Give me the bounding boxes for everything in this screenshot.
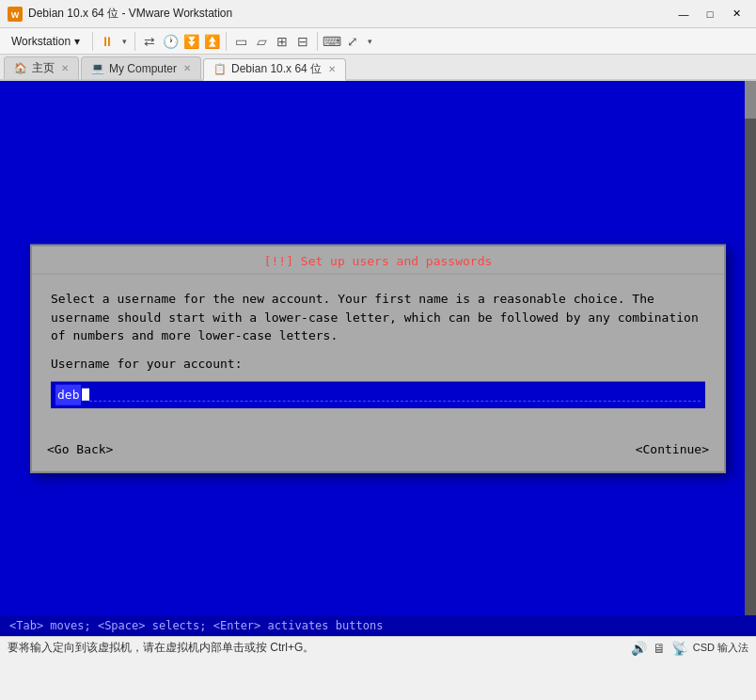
setup-dialog: [!!] Set up users and passwords Select a… [30,245,726,473]
console-view-button[interactable]: ⌨ [323,32,341,51]
tab-mycomputer-label: My Computer [109,62,177,75]
computer-icon: 💻 [91,62,104,74]
pause-button[interactable]: ⏸ [98,32,117,51]
tab-mycomputer-close[interactable]: ✕ [183,63,191,73]
username-input-display[interactable]: deb [51,382,705,408]
status-icons: 🔊 🖥 📡 CSD 输入法 [631,641,748,656]
fit-guest-button[interactable]: ▭ [231,32,250,51]
tab-home[interactable]: 🏠 主页 ✕ [4,56,79,79]
dialog-buttons: <Go Back> <Continue> [32,436,724,470]
window-controls: — □ ✕ [671,5,748,24]
dialog-body: Select a username for the new account. Y… [51,290,705,345]
detach-dropdown[interactable]: ▾ [364,32,375,51]
display-icon: 🖥 [653,641,666,656]
toolbar-separator-3 [226,32,227,51]
home-icon: 🏠 [14,62,27,74]
send-ctrl-alt-del-button[interactable]: ⇄ [140,32,159,51]
pause-dropdown[interactable]: ▾ [118,32,130,51]
tab-debian[interactable]: 📋 Debian 10.x 64 位 ✕ [203,58,346,81]
suspend-button[interactable]: ⏬ [181,32,200,51]
dialog-title: [!!] Set up users and passwords [32,247,724,275]
tab-debian-close[interactable]: ✕ [328,64,336,74]
cursor-blink [82,389,89,401]
hint-text: <Tab> moves; <Space> selects; <Enter> ac… [9,619,383,632]
tab-mycomputer[interactable]: 💻 My Computer ✕ [81,56,201,79]
continue-button[interactable]: <Continue> [630,439,715,457]
debian-icon: 📋 [213,63,227,75]
full-screen-button[interactable]: ⊞ [273,32,291,51]
workstation-dropdown-icon: ▾ [74,35,80,48]
username-input-wrapper[interactable]: deb [51,382,705,408]
close-button[interactable]: ✕ [724,5,748,24]
scrollbar-thumb[interactable] [745,81,756,119]
ime-indicator[interactable]: CSD 输入法 [693,641,748,655]
username-value: deb [55,385,81,406]
svg-text:W: W [11,10,20,20]
tab-bar: 🏠 主页 ✕ 💻 My Computer ✕ 📋 Debian 10.x 64 … [0,55,756,81]
toolbar-separator-2 [134,32,135,51]
snapshot-button[interactable]: 🕐 [161,32,180,51]
tab-home-label: 主页 [32,60,55,76]
app-icon: W [8,7,23,22]
maximize-button[interactable]: □ [698,5,722,24]
toolbar-separator-4 [317,32,318,51]
power-button[interactable]: ⏫ [202,32,221,51]
go-back-button[interactable]: <Go Back> [41,439,118,457]
tab-debian-label: Debian 10.x 64 位 [231,61,322,77]
vm-display[interactable]: [!!] Set up users and passwords Select a… [0,81,756,636]
dialog-content: Select a username for the new account. Y… [32,275,724,437]
toolbar-separator-1 [92,32,93,51]
vm-scrollbar[interactable] [745,81,756,636]
status-text: 要将输入定向到该虚拟机，请在虚拟机内部单击或按 Ctrl+G。 [8,640,625,656]
toolbar: Workstation ▾ ⏸ ▾ ⇄ 🕐 ⏬ ⏫ ▭ ▱ ⊞ ⊟ ⌨ ⤢ ▾ [0,28,756,55]
unity-button[interactable]: ⊟ [293,32,312,51]
dialog-input-label: Username for your account: [51,354,705,373]
vm-bottom-hint: <Tab> moves; <Space> selects; <Enter> ac… [0,615,756,636]
usb-icon: 📡 [671,641,687,656]
status-bar: 要将输入定向到该虚拟机，请在虚拟机内部单击或按 Ctrl+G。 🔊 🖥 📡 CS… [0,636,756,659]
tab-home-close[interactable]: ✕ [61,63,69,73]
minimize-button[interactable]: — [671,5,696,24]
workstation-label: Workstation [11,35,71,48]
workstation-menu[interactable]: Workstation ▾ [4,32,87,51]
network-icon: 🔊 [631,641,647,656]
detach-button[interactable]: ⤢ [343,32,362,51]
fit-window-button[interactable]: ▱ [252,32,271,51]
title-bar: W Debian 10.x 64 位 - VMware Workstation … [0,0,756,28]
window-title: Debian 10.x 64 位 - VMware Workstation [28,6,671,22]
